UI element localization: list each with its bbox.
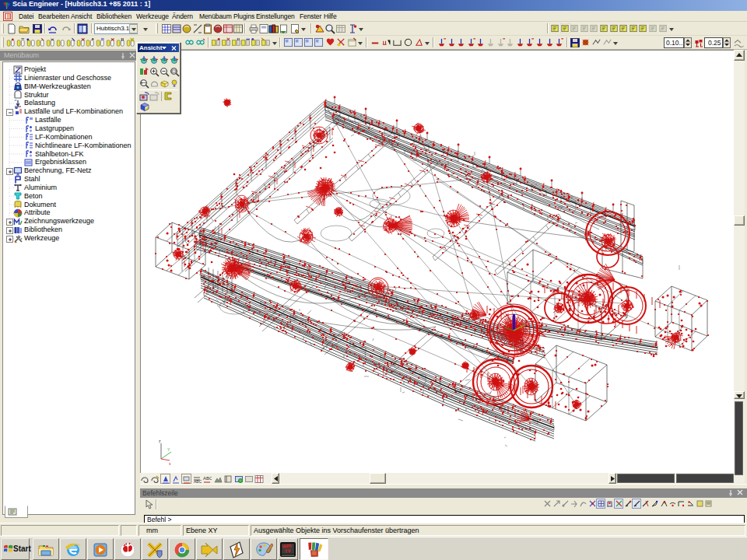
svg-text:TV: TV: [284, 548, 290, 554]
svg-text:Y: Y: [167, 447, 170, 452]
svg-text:ABC: ABC: [203, 476, 212, 481]
svg-text:x: x: [169, 461, 171, 466]
svg-text:z: z: [159, 439, 161, 443]
svg-text:ABC: ABC: [194, 479, 202, 484]
